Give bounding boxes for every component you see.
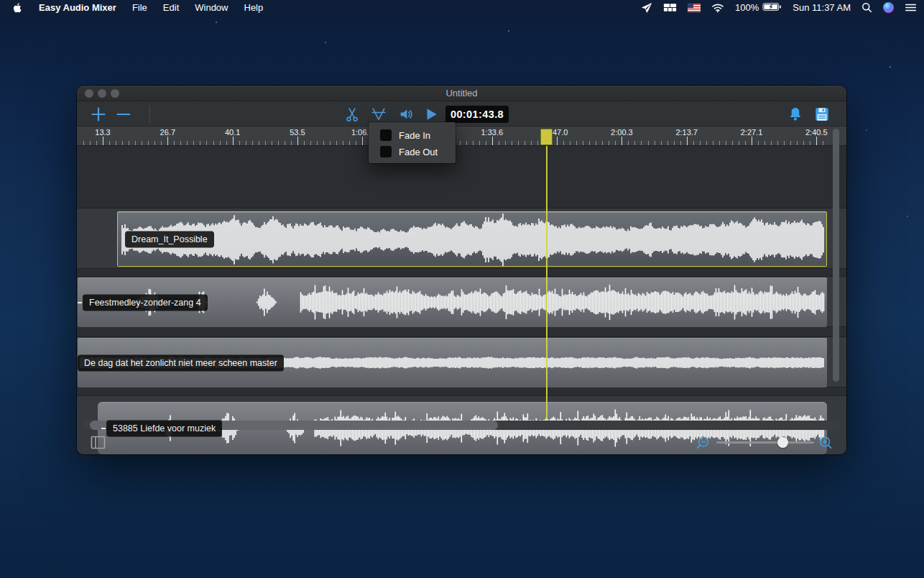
ruler-time-label: 2:00.3 xyxy=(611,128,633,137)
clip-name-label[interactable]: Dream_It_Possible xyxy=(125,231,214,247)
vertical-scrollbar[interactable] xyxy=(833,129,839,382)
ruler-minor-tick xyxy=(499,141,499,145)
zoom-in-icon[interactable] xyxy=(818,435,833,454)
ruler-minor-tick xyxy=(700,141,701,145)
ruler-major-tick xyxy=(816,137,817,145)
ruler-minor-tick xyxy=(90,141,91,145)
playhead-line[interactable] xyxy=(546,146,548,419)
fade-menu-item-label: Fade In xyxy=(399,130,430,141)
audio-clip[interactable]: De dag dat het zonlicht niet meer scheen… xyxy=(78,338,827,387)
ruler-time-label: 26.7 xyxy=(160,128,175,137)
ruler-time-label: 2:27.1 xyxy=(741,128,763,137)
ruler-major-tick xyxy=(752,137,752,145)
ruler-minor-tick xyxy=(174,141,175,145)
panel-toggle-icon[interactable] xyxy=(91,436,106,452)
save-icon[interactable] xyxy=(814,106,830,122)
ruler-minor-tick xyxy=(310,141,311,145)
ruler-minor-tick xyxy=(790,141,791,145)
app-window: Untitled 00:01:43.8 xyxy=(77,86,846,454)
volume-icon[interactable] xyxy=(398,106,414,122)
ruler-minor-tick xyxy=(285,141,285,145)
ruler-minor-tick xyxy=(187,141,188,145)
star xyxy=(216,22,217,23)
ruler-minor-tick xyxy=(739,141,739,145)
ruler-minor-tick xyxy=(628,141,629,145)
ruler-minor-tick xyxy=(713,141,713,145)
menu-bar-clock[interactable]: Sun 11:37 AM xyxy=(793,2,851,13)
spotlight-search-icon[interactable] xyxy=(861,2,872,13)
clip-name-label[interactable]: 53885 Liefde voor muziek xyxy=(106,420,222,436)
ruler-minor-tick xyxy=(349,141,350,145)
ruler-major-tick xyxy=(622,137,622,145)
time-display: 00:01:43.8 xyxy=(445,106,509,123)
audio-clip[interactable]: Dream_It_Possible xyxy=(117,211,827,267)
track-lane[interactable]: Feestmedley-zonder-zang 4 xyxy=(77,276,846,327)
ruler-minor-tick xyxy=(486,141,486,145)
ruler-minor-tick xyxy=(777,141,778,145)
ruler-minor-tick xyxy=(680,141,681,145)
ruler-minor-tick xyxy=(479,141,480,145)
app-menu-title[interactable]: Easy Audio Mixer xyxy=(31,2,124,13)
playhead-handle[interactable] xyxy=(540,129,553,145)
apple-menu-icon[interactable] xyxy=(7,2,31,14)
cut-icon[interactable] xyxy=(344,106,360,122)
fade-menu-item-fade-in[interactable]: Fade In xyxy=(380,127,456,143)
siri-icon[interactable] xyxy=(883,2,894,13)
ruler-minor-tick xyxy=(726,141,726,145)
clip-name-label[interactable]: Feestmedley-zonder-zang 4 xyxy=(83,294,208,311)
menu-window[interactable]: Window xyxy=(187,2,236,13)
play-button[interactable] xyxy=(423,106,439,122)
checkbox[interactable] xyxy=(380,129,392,141)
track-lane[interactable]: De dag dat het zonlicht niet meer scheen… xyxy=(77,336,846,387)
ruler-minor-tick xyxy=(525,141,525,145)
zoom-window-button[interactable] xyxy=(111,89,119,98)
clip-label-dash xyxy=(78,302,82,303)
fade-icon[interactable] xyxy=(371,106,387,122)
fade-menu-item-fade-out[interactable]: Fade Out xyxy=(380,144,456,160)
track-lane[interactable]: Dream_It_Possible xyxy=(77,208,846,269)
ruler-minor-tick xyxy=(706,141,707,145)
keyboard-icon[interactable] xyxy=(663,3,677,12)
wifi-icon[interactable] xyxy=(711,3,724,13)
ruler-major-tick xyxy=(233,137,234,145)
ruler-minor-tick xyxy=(473,141,473,145)
send-icon[interactable] xyxy=(641,2,652,14)
menu-help[interactable]: Help xyxy=(236,2,272,13)
control-center-icon[interactable] xyxy=(905,3,917,12)
ruler-minor-tick xyxy=(116,141,116,145)
ruler-minor-tick xyxy=(518,141,519,145)
ruler-minor-tick xyxy=(129,141,129,145)
timeline-ruler[interactable]: 13.326.740.153.51:06.91:20.31:33.61:47.0… xyxy=(77,127,846,146)
clip-name-label[interactable]: De dag dat het zonlicht niet meer scheen… xyxy=(78,354,284,371)
ruler-time-label: 2:40.5 xyxy=(805,128,828,137)
ruler-minor-tick xyxy=(674,141,675,145)
ruler-minor-tick xyxy=(771,141,772,145)
ruler-minor-tick xyxy=(252,141,253,145)
add-track-button[interactable] xyxy=(91,106,106,122)
zoom-slider-thumb[interactable] xyxy=(777,437,788,448)
ruler-minor-tick xyxy=(265,141,266,145)
ruler-minor-tick xyxy=(278,141,279,145)
checkbox[interactable] xyxy=(380,146,392,157)
zoom-slider-track[interactable] xyxy=(716,441,814,444)
ruler-minor-tick xyxy=(323,141,324,145)
notifications-bell-icon[interactable] xyxy=(787,106,803,122)
ruler-minor-tick xyxy=(609,141,609,145)
menu-file[interactable]: File xyxy=(124,2,155,13)
ruler-major-tick xyxy=(297,137,298,145)
minimize-button[interactable] xyxy=(98,89,106,98)
ruler-minor-tick xyxy=(537,141,538,145)
waveform xyxy=(118,212,827,267)
zoom-out-icon[interactable] xyxy=(695,435,711,454)
ruler-minor-tick xyxy=(317,141,318,145)
title-bar[interactable]: Untitled xyxy=(77,86,846,101)
remove-track-button[interactable] xyxy=(116,106,131,122)
ruler-minor-tick xyxy=(661,141,662,145)
ruler-minor-tick xyxy=(615,141,616,145)
ruler-minor-tick xyxy=(336,141,337,145)
us-flag-icon[interactable] xyxy=(688,4,701,12)
menu-edit[interactable]: Edit xyxy=(155,2,187,13)
ruler-minor-tick xyxy=(343,141,343,145)
audio-clip[interactable]: Feestmedley-zonder-zang 4 xyxy=(78,277,827,327)
close-button[interactable] xyxy=(85,89,93,98)
